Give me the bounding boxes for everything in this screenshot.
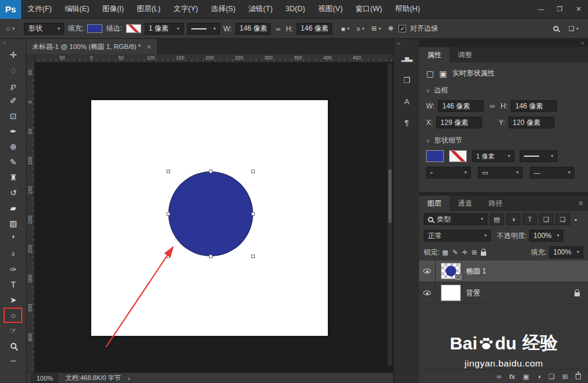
tab-properties[interactable]: 属性 [419, 47, 450, 62]
layer-group-icon[interactable]: ❏ [549, 372, 554, 381]
dodge-tool[interactable]: ♀ [0, 246, 26, 262]
lock-artboard-icon[interactable]: ⊞ [471, 249, 477, 256]
prop-height-input[interactable]: 146 像素 [511, 100, 557, 112]
type-tool[interactable]: T [0, 277, 26, 292]
status-chevron-icon[interactable]: › [128, 375, 130, 382]
collapse-dock-icon[interactable]: » [419, 39, 588, 47]
filter-image-icon[interactable]: ▤ [490, 213, 504, 225]
search-icon[interactable] [553, 26, 559, 31]
layer-row-background[interactable]: 背景 [419, 282, 588, 304]
document-size-info[interactable]: 文档:468.8K/0 字节 [65, 374, 121, 382]
hand-tool[interactable]: ☞ [0, 323, 26, 338]
prop-stroke-style-select[interactable]: ▾ [520, 150, 557, 162]
prop-width-input[interactable]: 146 像素 [438, 100, 484, 112]
layer-row-ellipse[interactable]: 椭圆 1 [419, 260, 588, 282]
gear-icon[interactable]: ❋ [386, 25, 395, 32]
filter-smart-object-icon[interactable]: ❏ [556, 213, 570, 225]
stroke-color-swatch[interactable] [126, 24, 141, 33]
delete-layer-icon[interactable] [576, 374, 581, 379]
path-arrangement-button[interactable]: ⊞ ▾ [370, 25, 383, 32]
opacity-input[interactable]: 100% ▾ [529, 230, 563, 242]
lock-pixels-icon[interactable]: ✎ [453, 249, 458, 256]
panel-menu-icon[interactable]: ≡ [579, 196, 588, 211]
menu-3d[interactable]: 3D(D) [279, 0, 311, 18]
histogram-panel-icon[interactable]: ▂▆▃ [394, 48, 420, 70]
scrollbar-thumb[interactable] [388, 170, 391, 223]
quick-selection-tool[interactable]: ✐ [0, 93, 26, 108]
layer-name[interactable]: 椭圆 1 [466, 266, 486, 276]
path-selection-tool[interactable]: ➤ [0, 292, 26, 308]
menu-window[interactable]: 窗口(W) [349, 0, 388, 18]
restore-button[interactable]: ❐ [550, 0, 569, 18]
ellipse-tool[interactable]: ○ [0, 308, 26, 323]
tab-adjustments[interactable]: 调整 [450, 47, 480, 62]
transform-handle[interactable] [209, 255, 212, 258]
visibility-toggle[interactable] [419, 260, 436, 282]
ellipse-shape[interactable] [168, 171, 253, 256]
fill-color-swatch[interactable] [87, 24, 102, 33]
tab-channels[interactable]: 通道 [450, 196, 480, 211]
new-layer-icon[interactable]: ⊞ [562, 372, 568, 381]
visibility-toggle[interactable] [419, 282, 436, 303]
menu-filter[interactable]: 滤镜(T) [242, 0, 279, 18]
character-panel-icon[interactable]: A [394, 91, 420, 112]
stroke-caps-select[interactable]: ▭ ▾ [478, 167, 523, 179]
brush-tool[interactable]: ✎ [0, 154, 26, 170]
shape-width-input[interactable]: 146 像素 [235, 23, 271, 35]
menu-image[interactable]: 图像(I) [96, 0, 131, 18]
more-tools-button[interactable]: ••• [0, 354, 26, 369]
menu-edit[interactable]: 编辑(E) [58, 0, 96, 18]
filter-adjustment-icon[interactable]: ◑ [506, 213, 520, 225]
prop-fill-swatch[interactable] [426, 150, 444, 162]
zoom-level-field[interactable]: 100% [31, 374, 58, 383]
section-chevron-icon[interactable]: ∨ [426, 138, 430, 144]
document-tab[interactable]: 未标题-1 @ 100% (椭圆 1, RGB/8) * × [26, 39, 158, 54]
toolbar-collapse-icon[interactable]: » [0, 39, 26, 47]
layer-name[interactable]: 背景 [466, 288, 480, 298]
prop-stroke-width-input[interactable]: 1 像素 ▾ [472, 150, 514, 162]
minimize-button[interactable]: — [531, 0, 550, 18]
crop-tool[interactable]: ⊡ [0, 108, 26, 124]
layer-filter-select[interactable]: 类型 ▾ [424, 213, 487, 225]
close-button[interactable]: ✕ [569, 0, 588, 18]
eraser-tool[interactable]: ▰ [0, 200, 26, 216]
expand-panels-icon[interactable]: « [394, 39, 419, 48]
layer-thumbnail[interactable] [441, 285, 461, 301]
blend-mode-select[interactable]: 正常 ▾ [424, 230, 491, 242]
prop-x-input[interactable]: 129 像素 [436, 117, 482, 128]
link-layers-icon[interactable]: ∞ [497, 373, 501, 380]
stroke-width-input[interactable]: 1 像素 ▾ [145, 23, 184, 35]
zoom-tool[interactable] [0, 338, 26, 354]
transform-handle[interactable] [209, 170, 212, 173]
pen-tool[interactable]: ✑ [0, 262, 26, 277]
lock-position-icon[interactable]: ✛ [462, 249, 467, 256]
transform-handle[interactable] [251, 212, 255, 216]
move-tool[interactable]: ✛ [0, 47, 26, 62]
tool-mode-select[interactable]: 形状 ▾ [24, 23, 64, 35]
menu-select[interactable]: 选择(S) [204, 0, 242, 18]
clone-stamp-tool[interactable]: ♜ [0, 170, 26, 185]
transform-handle[interactable] [251, 170, 255, 173]
adjustment-layer-icon[interactable]: ◑ [537, 373, 541, 380]
menu-type[interactable]: 文字(Y) [167, 0, 205, 18]
transform-handle[interactable] [251, 255, 255, 258]
layer-fill-input[interactable]: 100% ▾ [549, 246, 583, 258]
align-edges-checkbox[interactable]: ✓ [398, 25, 406, 32]
stroke-style-select[interactable]: ▾ [187, 23, 220, 35]
transform-handle[interactable] [167, 212, 170, 216]
lock-all-icon[interactable] [481, 252, 486, 256]
menu-view[interactable]: 视图(V) [311, 0, 349, 18]
eyedropper-tool[interactable]: ✒ [0, 124, 26, 139]
menu-layer[interactable]: 图层(L) [130, 0, 167, 18]
workspace-switcher-button[interactable]: ❑ ▾ [567, 25, 580, 32]
gradient-tool[interactable]: ▨ [0, 216, 26, 231]
menu-help[interactable]: 帮助(H) [388, 0, 426, 18]
layer-effects-icon[interactable]: fx [509, 373, 515, 380]
layer-thumbnail[interactable] [441, 263, 461, 279]
history-brush-tool[interactable]: ↺ [0, 185, 26, 200]
tab-layers[interactable]: 图层 [419, 196, 450, 211]
path-alignment-button[interactable]: ≡ ▾ [355, 25, 366, 32]
filter-toggle-icon[interactable]: ● [574, 217, 577, 222]
shape-height-input[interactable]: 146 像素 [297, 23, 332, 35]
filter-type-icon[interactable]: T [523, 213, 537, 225]
